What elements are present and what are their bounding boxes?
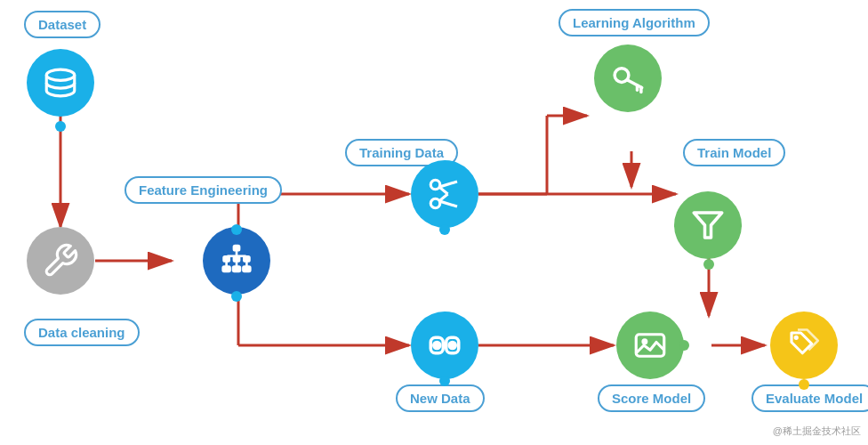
dataset-label: Dataset xyxy=(24,11,100,38)
train-model-icon-circle xyxy=(674,191,742,259)
feature-engineering-icon-circle xyxy=(203,227,270,295)
svg-line-30 xyxy=(439,182,457,187)
svg-rect-26 xyxy=(233,266,241,271)
training-data-icon-circle xyxy=(411,160,478,228)
new-data-label: New Data xyxy=(396,384,485,412)
evaluate-model-label: Evaluate Model xyxy=(751,384,868,412)
svg-rect-25 xyxy=(222,266,230,271)
dot-training-data xyxy=(439,224,450,235)
dot-evaluate-model-bottom xyxy=(799,379,809,390)
svg-line-33 xyxy=(439,194,448,201)
hierarchy-icon xyxy=(218,242,255,279)
database-icon xyxy=(42,64,79,101)
svg-point-37 xyxy=(448,342,456,350)
feature-engineering-label: Feature Engineering xyxy=(125,176,282,204)
svg-point-15 xyxy=(46,69,75,80)
svg-marker-42 xyxy=(694,213,722,238)
key-icon xyxy=(609,60,647,97)
svg-point-36 xyxy=(433,342,441,350)
svg-line-31 xyxy=(439,201,457,206)
svg-rect-21 xyxy=(244,256,250,262)
scissors-icon xyxy=(426,175,463,213)
learning-algorithm-label: Learning Algorithm xyxy=(559,9,710,36)
svg-line-32 xyxy=(439,187,448,194)
dot-new-data xyxy=(439,376,450,386)
score-model-label: Score Model xyxy=(598,384,705,412)
diagram-container: Dataset Data cleaning Feature Engineerin… xyxy=(0,0,868,445)
svg-point-44 xyxy=(642,339,647,344)
dot-score-model-right xyxy=(679,340,689,351)
dot-feature-top xyxy=(231,224,242,235)
dataset-icon-circle xyxy=(27,49,94,117)
tags-icon xyxy=(785,327,823,364)
dot-train-model-bottom xyxy=(703,259,714,270)
svg-point-45 xyxy=(795,336,799,340)
data-cleaning-icon-circle xyxy=(27,227,94,295)
dot-dataset-bottom xyxy=(55,121,66,132)
new-data-icon-circle xyxy=(411,312,478,379)
filter-icon xyxy=(689,206,727,244)
data-cleaning-label: Data cleaning xyxy=(24,319,140,346)
dot-feature-bottom xyxy=(231,291,242,302)
svg-rect-20 xyxy=(234,256,240,262)
svg-rect-16 xyxy=(234,246,240,251)
svg-line-39 xyxy=(627,80,642,88)
wrench-icon xyxy=(42,242,79,279)
toggle-icon xyxy=(426,327,463,364)
evaluate-model-icon-circle xyxy=(770,312,838,379)
train-model-label: Train Model xyxy=(683,139,785,166)
score-model-icon-circle xyxy=(616,312,684,379)
image-icon xyxy=(631,327,669,364)
learning-algorithm-icon-circle xyxy=(594,44,662,112)
svg-rect-27 xyxy=(243,266,251,271)
svg-rect-19 xyxy=(223,256,229,262)
watermark: @稀土掘金技术社区 xyxy=(773,425,861,438)
